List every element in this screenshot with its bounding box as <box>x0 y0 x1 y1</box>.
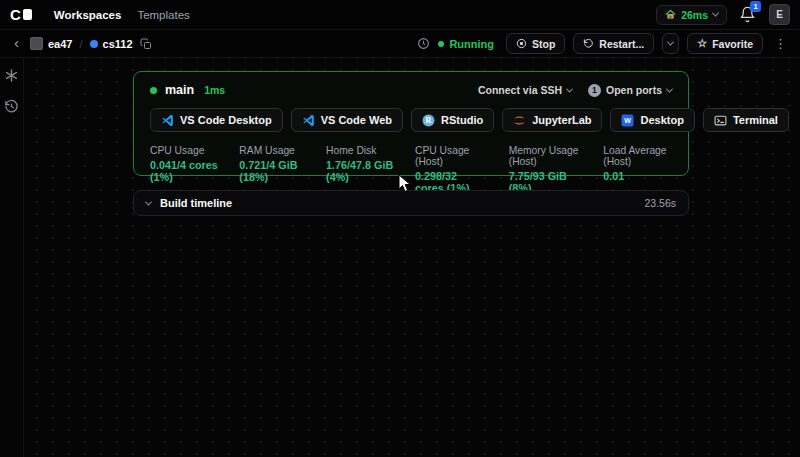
app-vscode-web[interactable]: VS Code Web <box>291 108 403 132</box>
app-rstudio[interactable]: R RStudio <box>411 108 494 132</box>
connect-ssh-dropdown[interactable]: Connect via SSH <box>478 84 572 96</box>
agent-panel: main 1ms Connect via SSH 1 Open ports <box>133 71 689 176</box>
resources-asterisk-icon[interactable] <box>4 68 19 83</box>
stat-disk: Home Disk 1.76/47.8 GiB (4%) <box>326 145 394 194</box>
chevron-down-icon <box>566 85 573 92</box>
app-buttons-row: VS Code Desktop VS Code Web R RStudio <box>150 108 672 132</box>
latency-dropdown[interactable]: 26ms <box>656 5 727 25</box>
clock-icon <box>417 37 430 50</box>
stop-icon <box>516 38 527 49</box>
stop-button[interactable]: Stop <box>506 33 565 54</box>
resource-stats-row: CPU Usage 0.041/4 cores (1%) RAM Usage 0… <box>150 145 672 194</box>
workspace-status-dot <box>90 40 98 48</box>
breadcrumb-owner[interactable]: ea47 <box>30 37 72 50</box>
notifications-button[interactable]: 1 <box>739 6 757 24</box>
workspace-header-bar: ‹ ea47 / cs112 Running Stop Restart <box>0 30 800 58</box>
build-timeline-header[interactable]: Build timeline 23.56s <box>133 190 689 216</box>
app-terminal[interactable]: Terminal <box>703 108 789 132</box>
app-desktop[interactable]: W Desktop <box>610 108 694 132</box>
restart-icon <box>583 38 594 49</box>
stat-cpu: CPU Usage 0.041/4 cores (1%) <box>150 145 218 194</box>
back-button[interactable]: ‹ <box>10 35 23 50</box>
desktop-icon: W <box>621 114 634 127</box>
terminal-icon <box>714 114 727 127</box>
agent-name: main <box>165 83 194 97</box>
chevron-down-icon <box>667 39 674 46</box>
latency-value: 26ms <box>681 9 708 21</box>
nav-templates[interactable]: Templates <box>137 9 189 21</box>
favorite-button[interactable]: ☆ Favorite <box>687 33 763 54</box>
left-sidebar <box>0 58 24 457</box>
running-dot <box>438 41 444 47</box>
stat-load-host: Load Average (Host) 0.01 <box>603 145 672 194</box>
status-badge: Running <box>438 38 494 50</box>
breadcrumb-separator: / <box>79 38 82 50</box>
open-ports-count: 1 <box>588 84 601 97</box>
stat-memory-host: Memory Usage (Host) 7.75/93 GiB (8%) <box>509 145 583 194</box>
app-vscode-desktop[interactable]: VS Code Desktop <box>150 108 283 132</box>
coder-logo[interactable]: C <box>10 6 32 23</box>
nav-workspaces[interactable]: Workspaces <box>54 9 122 21</box>
chevron-down-icon <box>712 10 719 17</box>
agent-status-dot <box>150 87 157 94</box>
stat-ram: RAM Usage 0.721/4 GiB (18%) <box>239 145 305 194</box>
jupyter-icon <box>513 114 526 127</box>
stat-cpu-host: CPU Usage (Host) 0.298/32 cores (1%) <box>415 145 488 194</box>
svg-text:R: R <box>426 116 432 125</box>
notification-count-badge: 1 <box>750 1 761 12</box>
agent-latency: 1ms <box>204 84 225 96</box>
vscode-icon <box>302 114 315 127</box>
copy-icon[interactable] <box>140 38 152 50</box>
chevron-down-icon <box>145 198 152 205</box>
open-ports-dropdown[interactable]: 1 Open ports <box>588 84 672 97</box>
star-icon: ☆ <box>697 38 707 49</box>
build-duration: 23.56s <box>644 197 676 209</box>
restart-button[interactable]: Restart... <box>573 33 654 54</box>
house-icon <box>665 9 676 20</box>
owner-avatar <box>30 37 43 50</box>
breadcrumb-workspace[interactable]: cs112 <box>90 38 133 50</box>
rstudio-icon: R <box>422 114 435 127</box>
app-jupyterlab[interactable]: JupyterLab <box>502 108 602 132</box>
history-icon[interactable] <box>4 99 19 114</box>
restart-options-button[interactable] <box>662 33 679 54</box>
main-content: main 1ms Connect via SSH 1 Open ports <box>24 58 800 457</box>
svg-text:W: W <box>625 117 632 124</box>
top-navigation-bar: C Workspaces Templates 26ms 1 E <box>0 0 800 30</box>
user-avatar[interactable]: E <box>769 4 790 25</box>
chevron-down-icon <box>666 85 673 92</box>
vscode-icon <box>161 114 174 127</box>
more-options-button[interactable]: ⋮ <box>771 36 790 51</box>
